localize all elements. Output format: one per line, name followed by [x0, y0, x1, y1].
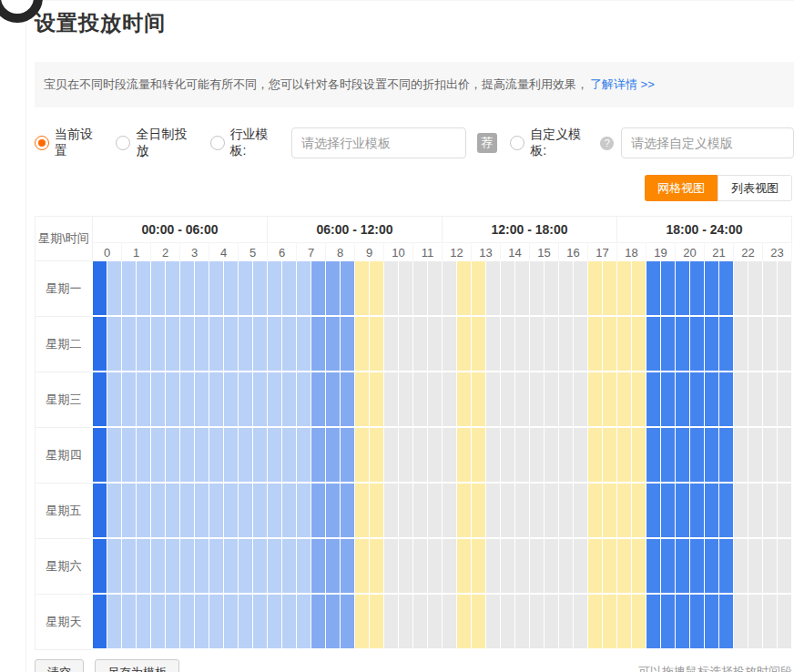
time-slot-cell[interactable]: [617, 317, 632, 372]
time-slot-cell[interactable]: [151, 595, 166, 650]
time-slot-cell[interactable]: [413, 317, 428, 372]
time-slot-cell[interactable]: [486, 484, 501, 539]
time-slot-cell[interactable]: [719, 539, 734, 595]
time-slot-cell[interactable]: [515, 484, 530, 539]
time-slot-cell[interactable]: [574, 261, 588, 317]
time-slot-cell[interactable]: [209, 261, 224, 317]
time-slot-cell[interactable]: [268, 484, 282, 539]
time-slot-cell[interactable]: [166, 261, 180, 317]
time-slot-cell[interactable]: [341, 595, 355, 650]
time-slot-cell[interactable]: [661, 428, 676, 484]
time-slot-cell[interactable]: [661, 261, 676, 317]
time-slot-cell[interactable]: [501, 372, 515, 428]
time-slot-cell[interactable]: [486, 261, 501, 317]
time-slot-cell[interactable]: [603, 261, 617, 317]
time-slot-cell[interactable]: [443, 539, 457, 595]
time-slot-cell[interactable]: [443, 372, 457, 428]
clear-button[interactable]: 清空: [35, 659, 84, 672]
time-slot-cell[interactable]: [151, 261, 166, 317]
time-slot-cell[interactable]: [297, 428, 311, 484]
time-slot-cell[interactable]: [443, 317, 457, 372]
time-slot-cell[interactable]: [413, 428, 428, 484]
time-slot-cell[interactable]: [559, 428, 574, 484]
time-slot-cell[interactable]: [341, 539, 355, 595]
time-slot-cell[interactable]: [253, 595, 268, 650]
time-slot-cell[interactable]: [370, 261, 384, 317]
time-slot-cell[interactable]: [515, 372, 530, 428]
time-slot-cell[interactable]: [370, 484, 384, 539]
time-slot-cell[interactable]: [457, 261, 472, 317]
time-slot-cell[interactable]: [151, 484, 166, 539]
time-slot-cell[interactable]: [428, 317, 443, 372]
time-slot-cell[interactable]: [763, 428, 778, 484]
time-slot-cell[interactable]: [545, 484, 559, 539]
time-slot-cell[interactable]: [748, 428, 763, 484]
time-slot-cell[interactable]: [588, 539, 603, 595]
time-slot-cell[interactable]: [93, 261, 107, 317]
time-slot-cell[interactable]: [399, 484, 413, 539]
time-slot-cell[interactable]: [282, 261, 297, 317]
time-slot-cell[interactable]: [326, 595, 341, 650]
time-slot-cell[interactable]: [413, 595, 428, 650]
time-slot-cell[interactable]: [239, 317, 253, 372]
time-slot-cell[interactable]: [603, 595, 617, 650]
time-slot-cell[interactable]: [734, 595, 748, 650]
time-slot-cell[interactable]: [166, 317, 180, 372]
time-slot-cell[interactable]: [588, 261, 603, 317]
time-slot-cell[interactable]: [180, 595, 195, 650]
time-slot-cell[interactable]: [705, 595, 719, 650]
time-slot-cell[interactable]: [676, 372, 690, 428]
time-slot-cell[interactable]: [268, 539, 282, 595]
custom-template-input[interactable]: [621, 127, 794, 158]
time-slot-cell[interactable]: [501, 539, 515, 595]
time-slot-cell[interactable]: [530, 317, 545, 372]
time-slot-cell[interactable]: [559, 595, 574, 650]
time-slot-cell[interactable]: [486, 317, 501, 372]
time-slot-cell[interactable]: [457, 595, 472, 650]
time-slot-cell[interactable]: [530, 372, 545, 428]
time-slot-cell[interactable]: [180, 428, 195, 484]
time-slot-cell[interactable]: [545, 317, 559, 372]
time-slot-cell[interactable]: [180, 484, 195, 539]
time-slot-cell[interactable]: [632, 317, 646, 372]
time-slot-cell[interactable]: [763, 372, 778, 428]
time-slot-cell[interactable]: [472, 261, 486, 317]
time-slot-cell[interactable]: [137, 595, 151, 650]
time-slot-cell[interactable]: [515, 539, 530, 595]
time-slot-cell[interactable]: [515, 428, 530, 484]
time-slot-cell[interactable]: [370, 372, 384, 428]
time-slot-cell[interactable]: [515, 595, 530, 650]
time-slot-cell[interactable]: [545, 539, 559, 595]
time-slot-cell[interactable]: [166, 372, 180, 428]
time-slot-cell[interactable]: [545, 428, 559, 484]
time-slot-cell[interactable]: [734, 428, 748, 484]
time-slot-cell[interactable]: [428, 372, 443, 428]
time-slot-cell[interactable]: [501, 317, 515, 372]
time-slot-cell[interactable]: [646, 317, 661, 372]
radio-full-day[interactable]: [116, 136, 130, 150]
time-slot-cell[interactable]: [632, 539, 646, 595]
time-slot-cell[interactable]: [107, 428, 122, 484]
time-slot-cell[interactable]: [734, 317, 748, 372]
grid-view-button[interactable]: 网格视图: [645, 175, 718, 201]
time-slot-cell[interactable]: [311, 317, 326, 372]
time-slot-cell[interactable]: [778, 539, 792, 595]
time-slot-cell[interactable]: [341, 428, 355, 484]
time-slot-cell[interactable]: [137, 539, 151, 595]
time-slot-cell[interactable]: [297, 484, 311, 539]
time-slot-cell[interactable]: [413, 372, 428, 428]
time-slot-cell[interactable]: [632, 372, 646, 428]
time-slot-cell[interactable]: [297, 372, 311, 428]
time-slot-cell[interactable]: [384, 372, 399, 428]
time-slot-cell[interactable]: [457, 484, 472, 539]
time-slot-cell[interactable]: [224, 595, 239, 650]
time-slot-cell[interactable]: [778, 595, 792, 650]
time-slot-cell[interactable]: [195, 372, 209, 428]
time-slot-cell[interactable]: [719, 317, 734, 372]
time-slot-cell[interactable]: [297, 261, 311, 317]
learn-more-link[interactable]: 了解详情 >>: [590, 76, 655, 93]
time-slot-cell[interactable]: [326, 539, 341, 595]
time-slot-cell[interactable]: [137, 317, 151, 372]
time-slot-cell[interactable]: [676, 484, 690, 539]
time-slot-cell[interactable]: [384, 261, 399, 317]
